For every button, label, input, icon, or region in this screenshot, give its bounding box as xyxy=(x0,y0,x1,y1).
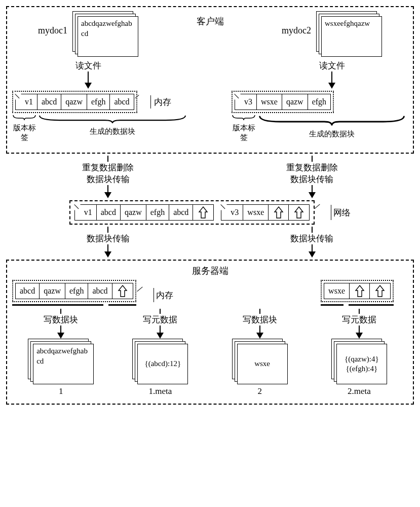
srv-right: wsxe xyxy=(321,280,394,306)
doc2-content: wsxeefghqazw xyxy=(321,16,382,57)
mem1-genlabel: 生成的数据块 xyxy=(36,127,188,136)
out4-l0: {(qazw):4} xyxy=(345,354,379,365)
brace-icon xyxy=(256,114,408,127)
mem2-row: v3 wsxe qazw efgh xyxy=(235,94,331,110)
doc2-stack: wsxeefghqazw xyxy=(316,11,382,57)
doc1-content: abcdqazwefghabcd xyxy=(78,16,138,57)
dedup2-l1: 重复数据删除 xyxy=(286,162,338,173)
mem2-genlabel: 生成的数据块 xyxy=(256,129,408,139)
network-row: v1 abcd qazw efgh abcd v3 wsxe 网络 xyxy=(6,200,414,225)
out2-content: {(abcd):12} xyxy=(137,344,188,384)
out2-lbl: 写元数据 xyxy=(143,314,177,325)
out3-lbl: 写数据块 xyxy=(243,314,277,325)
up-arrow-icon xyxy=(198,206,208,219)
netl-tag: v1 xyxy=(75,205,97,220)
netl-b2: efgh xyxy=(146,205,169,220)
xfer2: 数据块传输 xyxy=(290,233,333,244)
client-right-col: mydoc2 wsxeefghqazw 读文件 xyxy=(256,11,408,89)
mem1-callout: 内存 xyxy=(138,91,171,113)
out3-name: 2 xyxy=(257,386,262,396)
network-box: v1 abcd qazw efgh abcd v3 wsxe xyxy=(69,200,315,225)
dedup2-l2: 数据块传输 xyxy=(290,173,333,185)
out4-name: 2.meta xyxy=(348,386,371,396)
up-arrow-icon xyxy=(274,206,284,219)
server-title: 服务器端 xyxy=(12,265,408,277)
up-arrow-icon xyxy=(355,284,365,298)
netl-b1: qazw xyxy=(121,205,146,220)
network-label: 网络 xyxy=(333,207,351,219)
mem1-verlabel: 版本标签 xyxy=(12,123,36,142)
sml-ph0 xyxy=(112,283,133,299)
brace-icon xyxy=(36,114,188,125)
client-title-col: 客户端 xyxy=(164,11,256,27)
doc1-name: mydoc1 xyxy=(38,25,67,36)
client-left-col: mydoc1 abcdqazwefghabcd 读文件 xyxy=(12,11,164,89)
sml-b1: qazw xyxy=(40,283,65,299)
mem1-b2: efgh xyxy=(87,94,110,110)
netr-ph1 xyxy=(289,205,309,220)
smr-ph1 xyxy=(370,283,390,299)
mem2-b0: wsxe xyxy=(257,94,282,110)
out1-content: abcdqazwefghabcd xyxy=(33,344,94,384)
client-title: 客户端 xyxy=(197,15,224,27)
mem1-tag: v1 xyxy=(16,94,37,110)
read-file-2: 读文件 xyxy=(319,60,345,71)
srv-mem-right: wsxe xyxy=(324,283,391,299)
out4-stack: {(qazw):4} {(efgh):4} xyxy=(331,339,387,384)
out4-lbl: 写元数据 xyxy=(342,314,376,325)
netr-ph0 xyxy=(269,205,289,220)
out1-lbl: 写数据块 xyxy=(44,314,78,325)
mem2-tag: v3 xyxy=(235,94,257,110)
read-file-1: 读文件 xyxy=(75,60,101,71)
mem1-b1: qazw xyxy=(61,94,87,110)
srv-mem-label: 内存 xyxy=(156,289,173,301)
mid-dedup-row: 重复数据删除 数据块传输 重复数据删除 数据块传输 xyxy=(6,156,414,198)
sml-b2: efgh xyxy=(65,283,88,299)
mid-transfer-row: 数据块传输 数据块传输 xyxy=(6,227,414,258)
smr-ph0 xyxy=(350,283,370,299)
srv-left: abcd qazw efgh abcd xyxy=(12,280,136,306)
net-left: v1 abcd qazw efgh abcd xyxy=(74,204,214,221)
server-panel: 服务器端 abcd qazw efgh abcd 内 xyxy=(6,260,414,405)
srv-outputs: 写数据块 abcdqazwefghabcd 1 写元数据 {(abcd):12}… xyxy=(12,309,408,396)
xfer1: 数据块传输 xyxy=(87,233,130,244)
sml-b3: abcd xyxy=(88,283,112,299)
mem1-memlabel: 内存 xyxy=(154,96,171,108)
netr-tag: v3 xyxy=(221,205,243,220)
out1-name: 1 xyxy=(59,386,63,396)
mem2-col: v3 wsxe qazw efgh 版本标签 生成的数据块 xyxy=(232,91,408,142)
out4-l1: {(efgh):4} xyxy=(346,364,378,374)
smr-b0: wsxe xyxy=(324,283,350,299)
out4-content: {(qazw):4} {(efgh):4} xyxy=(336,344,387,384)
net-right: v3 wsxe xyxy=(221,204,310,221)
netr-b0: wsxe xyxy=(243,205,269,220)
mem2-b1: qazw xyxy=(282,94,308,110)
up-arrow-icon xyxy=(118,284,128,298)
client-panel: mydoc1 abcdqazwefghabcd 读文件 客户端 mydoc2 xyxy=(6,6,414,154)
out1-stack: abcdqazwefghabcd xyxy=(28,339,94,384)
dedup1-l1: 重复数据删除 xyxy=(82,162,134,173)
srv-mem-left-box: abcd qazw efgh abcd xyxy=(12,280,136,302)
mem1-dotbox: v1 abcd qazw efgh abcd xyxy=(12,91,137,113)
out3-stack: wsxe xyxy=(232,339,288,384)
brace-icon xyxy=(12,114,36,121)
doc1-stack: abcdqazwefghabcd xyxy=(72,11,138,57)
out2-name: 1.meta xyxy=(148,386,172,396)
srv-mem-right-box: wsxe xyxy=(321,280,394,302)
netl-b3: abcd xyxy=(169,205,193,220)
doc2-name: mydoc2 xyxy=(282,25,311,36)
mem1-row: v1 abcd qazw efgh abcd xyxy=(15,94,134,110)
mem2-verlabel: 版本标签 xyxy=(232,123,256,142)
netl-b0: abcd xyxy=(97,205,121,220)
mem1-col: v1 abcd qazw efgh abcd 内存 版本标签 xyxy=(12,91,188,142)
out2-stack: {(abcd):12} xyxy=(132,339,188,384)
mem2-b2: efgh xyxy=(308,94,330,110)
srv-mem-left: abcd qazw efgh abcd xyxy=(15,283,133,299)
up-arrow-icon xyxy=(375,284,385,298)
brace-icon xyxy=(232,114,256,121)
mem1-b0: abcd xyxy=(37,94,61,110)
netl-ph0 xyxy=(193,205,213,220)
network-callout: 网络 xyxy=(318,205,351,220)
dedup1-l2: 数据块传输 xyxy=(87,173,130,185)
up-arrow-icon xyxy=(294,206,304,219)
